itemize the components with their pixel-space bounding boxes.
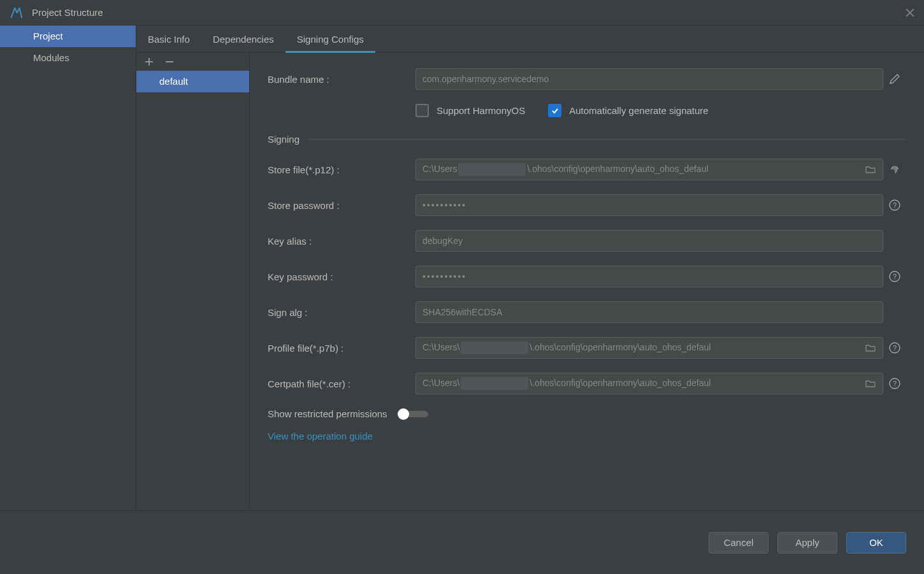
svg-text:?: ? (893, 344, 897, 352)
tab-signing-configs[interactable]: Signing Configs (285, 25, 375, 53)
sign-alg-label: Sign alg : (268, 307, 415, 318)
check-icon (551, 106, 559, 115)
key-password-label: Key password : (268, 271, 415, 282)
sidebar: Project Modules (0, 25, 136, 510)
close-icon[interactable] (905, 8, 915, 18)
cancel-button[interactable]: Cancel (709, 532, 769, 554)
help-icon[interactable]: ? (888, 377, 901, 390)
app-logo-icon (9, 6, 23, 20)
store-file-label: Store file(*.p12) : (268, 164, 415, 175)
sidebar-item-label: Project (33, 31, 63, 41)
bundle-name-field: com.openharmony.servicedemo (415, 68, 883, 90)
folder-icon[interactable] (865, 164, 876, 175)
show-restricted-toggle[interactable] (398, 411, 428, 417)
operation-guide-link[interactable]: View the operation guide (268, 431, 906, 441)
ok-button[interactable]: OK (846, 532, 906, 554)
store-file-field[interactable]: C:\Users\.ohos\config\openharmony\auto_o… (415, 159, 883, 180)
tabs: Basic Info Dependencies Signing Configs (136, 25, 924, 53)
apply-button[interactable]: Apply (777, 532, 837, 554)
signing-section-header: Signing (268, 134, 906, 145)
sidebar-item-modules[interactable]: Modules (0, 47, 136, 69)
form-panel: Bundle name : com.openharmony.servicedem… (250, 53, 924, 510)
svg-text:?: ? (893, 380, 897, 387)
remove-icon[interactable] (164, 57, 175, 67)
svg-text:?: ? (893, 273, 897, 280)
window-title: Project Structure (32, 7, 103, 18)
sidebar-item-project[interactable]: Project (0, 25, 136, 47)
folder-icon[interactable] (865, 342, 876, 354)
help-icon[interactable]: ? (888, 341, 901, 354)
help-icon[interactable]: ? (888, 199, 901, 212)
svg-text:?: ? (893, 201, 897, 209)
support-harmonyos-checkbox[interactable] (415, 104, 429, 117)
tab-basic-info[interactable]: Basic Info (136, 25, 201, 53)
show-restricted-label: Show restricted permissions (268, 408, 387, 419)
sign-alg-field[interactable]: SHA256withECDSA (415, 301, 883, 323)
certpath-file-label: Certpath file(*.cer) : (268, 378, 415, 389)
configs-panel: default (136, 53, 250, 510)
key-password-field[interactable]: •••••••••• (415, 266, 883, 287)
titlebar: Project Structure (0, 0, 924, 25)
folder-icon[interactable] (865, 378, 876, 389)
key-alias-label: Key alias : (268, 236, 415, 247)
support-harmonyos-label: Support HarmonyOS (437, 105, 525, 116)
edit-icon[interactable] (888, 73, 901, 85)
auto-generate-signature-label: Automatically generate signature (569, 105, 708, 116)
certpath-file-field[interactable]: C:\Users\\.ohos\config\openharmony\auto_… (415, 373, 883, 394)
profile-file-field[interactable]: C:\Users\\.ohos\config\openharmony\auto_… (415, 337, 883, 359)
fingerprint-icon[interactable] (888, 163, 901, 176)
key-alias-field[interactable]: debugKey (415, 230, 883, 252)
profile-file-label: Profile file(*.p7b) : (268, 343, 415, 354)
store-password-field[interactable]: •••••••••• (415, 194, 883, 216)
config-item-default[interactable]: default (136, 71, 249, 92)
bundle-name-label: Bundle name : (268, 74, 415, 85)
add-icon[interactable] (144, 57, 154, 67)
store-password-label: Store password : (268, 200, 415, 211)
auto-generate-signature-checkbox[interactable] (548, 104, 561, 117)
tab-dependencies[interactable]: Dependencies (201, 25, 285, 53)
footer: Cancel Apply OK (0, 510, 924, 574)
sidebar-item-label: Modules (33, 52, 69, 63)
help-icon[interactable]: ? (888, 270, 901, 283)
